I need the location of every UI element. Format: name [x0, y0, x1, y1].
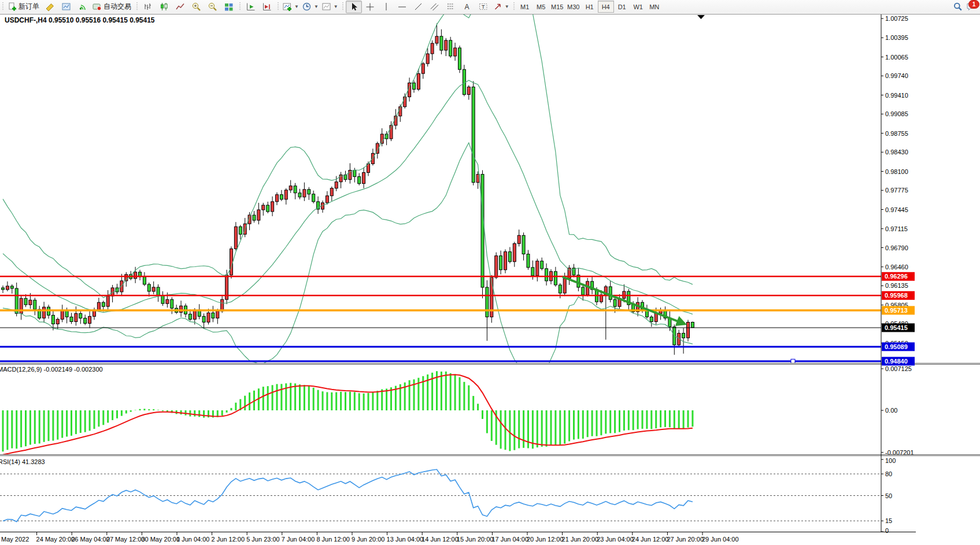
macd-label: MACD(12,26,9) -0.002149 -0.002300	[0, 366, 103, 373]
svg-text:-0.007201: -0.007201	[885, 449, 914, 456]
svg-text:0.96790: 0.96790	[885, 244, 908, 251]
svg-text:0.99410: 0.99410	[885, 92, 908, 99]
timeframe-w1[interactable]: W1	[630, 1, 646, 13]
svg-text:24 Jun 12:00: 24 Jun 12:00	[632, 536, 669, 543]
toolbar-grip	[135, 2, 139, 12]
timeframe-m1[interactable]: M1	[517, 1, 533, 13]
chevron-down-icon: ▼	[314, 4, 319, 9]
svg-text:29 Jun 04:00: 29 Jun 04:00	[702, 536, 739, 543]
templates-icon	[322, 2, 331, 11]
text-label-button[interactable]: T	[475, 1, 491, 13]
chart-shift-icon	[262, 2, 272, 11]
fibonacci-icon	[446, 2, 456, 11]
crosshair-button[interactable]	[362, 1, 378, 13]
toolbar-grip	[341, 2, 345, 12]
svg-text:0.97445: 0.97445	[885, 206, 908, 213]
new-order-label: 新订单	[19, 2, 40, 12]
svg-text:24 May 20:00: 24 May 20:00	[36, 536, 75, 543]
market-watch-icon	[62, 2, 71, 11]
indicators-button[interactable]: ▼	[281, 1, 301, 13]
chevron-down-icon: ▼	[334, 4, 338, 9]
cursor-button[interactable]	[346, 1, 362, 13]
autotrade-icon	[93, 2, 102, 11]
svg-text:0.98100: 0.98100	[885, 168, 908, 175]
periods-button[interactable]: ▼	[301, 1, 320, 13]
chevron-down-icon: ▼	[294, 4, 299, 9]
svg-text:2 Jun 12:00: 2 Jun 12:00	[212, 536, 245, 543]
bar-chart-button[interactable]	[140, 1, 156, 13]
line-chart-icon	[176, 2, 185, 11]
svg-text:30 May 20:00: 30 May 20:00	[141, 536, 180, 543]
vertical-line-button[interactable]	[378, 1, 394, 13]
autotrade-button[interactable]: 自动交易	[91, 1, 134, 13]
svg-text:13 Jun 04:00: 13 Jun 04:00	[387, 536, 424, 543]
svg-text:8 Jun 12:00: 8 Jun 12:00	[316, 536, 350, 543]
svg-text:0.95415: 0.95415	[885, 324, 908, 331]
crayon-button[interactable]	[42, 1, 58, 13]
toolbar: 新订单 自动交易 ▼ ▼ ▼ A T ▼ M1 M	[0, 0, 980, 14]
svg-text:0.97775: 0.97775	[885, 187, 908, 194]
chart-shift-button[interactable]	[259, 1, 275, 13]
timeframe-h1[interactable]: H1	[582, 1, 598, 13]
svg-text:15 Jun 20:00: 15 Jun 20:00	[457, 536, 494, 543]
arrows-button[interactable]: ▼	[491, 1, 511, 13]
timeframe-m30[interactable]: M30	[565, 1, 582, 13]
new-order-button[interactable]: 新订单	[6, 1, 42, 13]
svg-text:0: 0	[885, 527, 889, 534]
svg-text:0.96460: 0.96460	[885, 264, 908, 270]
auto-scroll-button[interactable]	[243, 1, 259, 13]
svg-text:0.94840: 0.94840	[885, 358, 908, 365]
timeframe-h4[interactable]: H4	[598, 1, 614, 13]
svg-text:7 Jun 04:00: 7 Jun 04:00	[282, 536, 315, 543]
svg-text:1.00725: 1.00725	[885, 15, 908, 22]
fibonacci-button[interactable]	[443, 1, 459, 13]
community-chat-button[interactable]: 1	[966, 2, 975, 11]
chevron-down-icon: ▼	[505, 4, 509, 9]
search-button[interactable]	[950, 1, 966, 13]
svg-text:0.99085: 0.99085	[885, 110, 908, 117]
svg-text:0.95713: 0.95713	[885, 307, 908, 314]
timeframe-d1[interactable]: D1	[614, 1, 630, 13]
templates-button[interactable]: ▼	[320, 1, 340, 13]
market-watch-button[interactable]	[58, 1, 75, 13]
mt4-window: 新订单 自动交易 ▼ ▼ ▼ A T ▼ M1 M	[0, 0, 980, 545]
timeframe-m15[interactable]: M15	[549, 1, 565, 13]
bar-chart-icon	[143, 2, 153, 11]
svg-text:21 Jun 20:00: 21 Jun 20:00	[562, 536, 599, 543]
signal-icon	[78, 2, 87, 11]
svg-text:27 May 12:00: 27 May 12:00	[106, 536, 145, 543]
vertical-line-icon	[382, 2, 391, 11]
zoom-out-button[interactable]	[205, 1, 221, 13]
tile-windows-button[interactable]	[221, 1, 237, 13]
auto-scroll-icon	[246, 2, 256, 11]
crosshair-icon	[365, 2, 375, 11]
svg-text:80: 80	[885, 470, 892, 477]
svg-text:0.99740: 0.99740	[885, 72, 908, 79]
chart-area: USDCHF-,H4 0.95510 0.95516 0.95415 0.954…	[0, 13, 980, 545]
toolbar-grip	[276, 2, 280, 12]
svg-text:May 2022: May 2022	[1, 536, 29, 543]
indicators-icon	[283, 2, 292, 11]
svg-text:T: T	[482, 4, 485, 10]
svg-text:1.00395: 1.00395	[885, 34, 908, 41]
zoom-in-button[interactable]	[188, 1, 205, 13]
svg-text:26 May 04:00: 26 May 04:00	[71, 536, 110, 543]
svg-text:0.96135: 0.96135	[885, 282, 908, 289]
timeframe-mn[interactable]: MN	[646, 1, 663, 13]
svg-text:0.98755: 0.98755	[885, 130, 908, 137]
line-handle[interactable]	[791, 359, 795, 363]
horizontal-line-icon	[398, 2, 407, 11]
candlestick-chart-button[interactable]	[156, 1, 172, 13]
candlestick-chart-icon	[160, 2, 169, 11]
svg-text:17 Jun 04:00: 17 Jun 04:00	[491, 536, 528, 543]
signal-button[interactable]	[75, 1, 91, 13]
text-button[interactable]: A	[459, 1, 475, 13]
timeframe-m5[interactable]: M5	[533, 1, 549, 13]
trend-line-icon	[414, 2, 423, 11]
horizontal-line-button[interactable]	[394, 1, 411, 13]
line-chart-button[interactable]	[172, 1, 188, 13]
equidistant-channel-button[interactable]	[427, 1, 443, 13]
svg-text:0.00: 0.00	[885, 407, 897, 414]
trend-line-button[interactable]	[411, 1, 427, 13]
zoom-out-icon	[208, 2, 217, 11]
